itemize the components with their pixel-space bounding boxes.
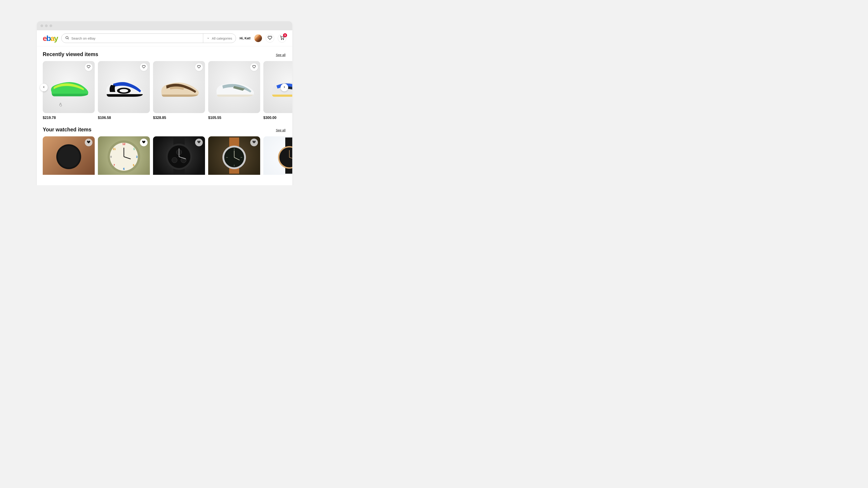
favorite-toggle[interactable] [140, 139, 148, 146]
heart-outline-icon [87, 65, 90, 69]
svg-point-3 [283, 39, 284, 40]
product-price: $300.00 [264, 116, 292, 120]
see-all-link[interactable]: See all [276, 128, 285, 132]
svg-rect-20 [174, 138, 185, 174]
product-card[interactable]: $300.00 [264, 61, 292, 120]
search-left [61, 36, 203, 41]
search-icon [65, 36, 69, 41]
carousel-watched: 1213567911 [43, 136, 292, 175]
svg-point-9 [110, 143, 138, 171]
product-card[interactable] [264, 136, 292, 175]
product-image: 1213567911 [98, 136, 150, 175]
window-close-icon[interactable] [40, 24, 43, 27]
svg-text:3: 3 [136, 155, 138, 158]
svg-point-38 [278, 146, 292, 169]
heart-filled-icon [142, 140, 146, 145]
heart-outline-icon [252, 65, 256, 69]
greeting-text: Hi, Kat! [240, 36, 251, 40]
svg-point-29 [222, 146, 246, 169]
watch-icon [271, 138, 292, 174]
category-label: All categories [212, 36, 232, 40]
product-price: $219.78 [43, 116, 95, 120]
browser-window: ebay All categories Hi, Kat! [37, 21, 292, 185]
svg-text:6: 6 [123, 167, 125, 171]
product-card[interactable]: $106.58 [98, 61, 150, 120]
product-price: $105.55 [208, 116, 260, 120]
svg-point-4 [117, 88, 131, 94]
product-image [43, 61, 95, 113]
svg-point-25 [176, 150, 182, 155]
product-card[interactable]: 1213567911 [98, 136, 150, 175]
category-select[interactable]: All categories [203, 36, 236, 40]
favorite-toggle[interactable] [250, 139, 258, 146]
sneaker-icon [102, 74, 145, 99]
svg-rect-37 [285, 138, 292, 174]
favorite-toggle[interactable] [195, 139, 203, 146]
svg-point-30 [224, 147, 244, 167]
svg-point-22 [168, 145, 190, 168]
svg-text:11: 11 [113, 147, 116, 151]
svg-text:9: 9 [110, 155, 112, 158]
product-card[interactable]: $328.85 [153, 61, 205, 120]
product-image [264, 136, 292, 175]
avatar[interactable] [254, 34, 262, 42]
section-title: Recently viewed items [43, 51, 98, 57]
favorite-toggle[interactable] [85, 63, 92, 71]
heart-outline-icon [142, 65, 146, 69]
svg-point-21 [166, 144, 192, 170]
product-image [208, 61, 260, 113]
search-input[interactable] [71, 36, 199, 40]
carousel-next-button[interactable] [281, 84, 288, 91]
product-card[interactable] [43, 136, 95, 175]
site-header: ebay All categories Hi, Kat! [37, 30, 292, 47]
sneaker-icon [268, 74, 292, 99]
cart-button[interactable]: 9 [278, 34, 286, 42]
svg-point-7 [58, 146, 80, 167]
favorite-toggle[interactable] [195, 63, 203, 71]
section-head-watched: Your watched items See all [43, 127, 292, 133]
heart-filled-icon [252, 140, 256, 145]
product-price: $106.58 [98, 116, 150, 120]
svg-point-24 [181, 157, 186, 163]
heart-filled-icon [197, 140, 201, 145]
chevron-down-icon [207, 36, 210, 40]
svg-point-23 [172, 157, 177, 163]
product-card[interactable] [208, 136, 260, 175]
heart-filled-icon [87, 140, 90, 145]
chevron-left-icon [42, 86, 45, 90]
svg-line-19 [124, 157, 131, 159]
product-card[interactable]: $105.55 [208, 61, 260, 120]
section-head-recent: Recently viewed items See all [43, 51, 292, 57]
favorite-toggle[interactable] [250, 63, 258, 71]
favorites-button[interactable] [266, 34, 274, 42]
window-minimize-icon[interactable] [45, 24, 48, 27]
product-price: $328.85 [153, 116, 205, 120]
svg-text:1: 1 [133, 147, 135, 151]
svg-line-41 [289, 157, 292, 159]
svg-point-2 [281, 39, 282, 40]
see-all-link[interactable]: See all [276, 53, 285, 57]
ebay-logo[interactable]: ebay [43, 34, 58, 43]
svg-point-8 [107, 141, 140, 173]
svg-line-27 [179, 157, 186, 159]
svg-point-39 [279, 147, 292, 167]
watch-icon [216, 138, 252, 174]
product-card[interactable] [153, 136, 205, 175]
sneaker-icon [213, 74, 256, 99]
watch-icon [161, 138, 197, 174]
svg-point-6 [56, 144, 81, 169]
favorite-toggle[interactable] [140, 63, 148, 71]
window-maximize-icon[interactable] [50, 24, 52, 27]
sneaker-icon [47, 74, 90, 99]
product-card[interactable]: $219.78 [43, 61, 95, 120]
favorite-toggle[interactable] [85, 139, 92, 146]
product-image [98, 61, 150, 113]
svg-line-36 [234, 157, 240, 160]
heart-icon [268, 35, 272, 41]
svg-text:12: 12 [122, 143, 125, 146]
svg-point-0 [66, 36, 68, 39]
cart-badge: 9 [283, 33, 287, 37]
watch-icon: 1213567911 [105, 136, 143, 175]
product-image [43, 136, 95, 175]
carousel-prev-button[interactable] [40, 84, 48, 91]
